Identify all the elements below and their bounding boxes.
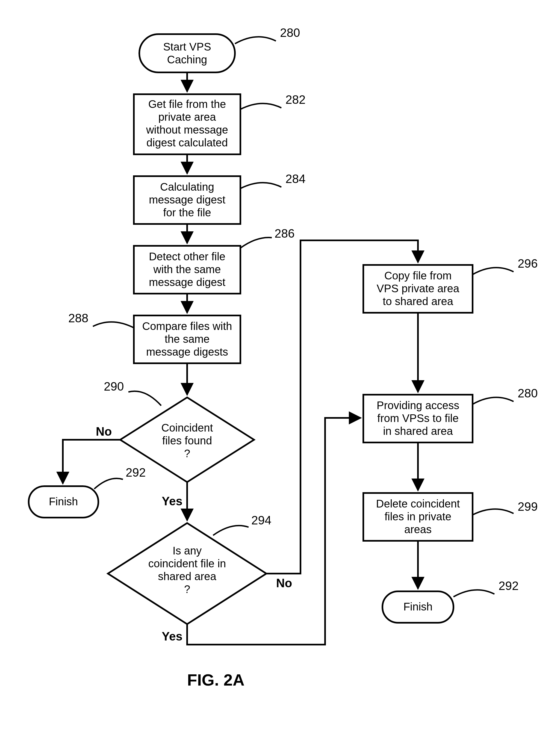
svg-text:to shared area: to shared area xyxy=(383,295,453,307)
svg-text:Copy file from: Copy file from xyxy=(384,270,452,282)
num-284: 284 xyxy=(285,172,305,185)
num-299: 299 xyxy=(518,500,538,513)
svg-text:message digest: message digest xyxy=(149,194,225,206)
arrow-290-no xyxy=(63,440,120,483)
label-294-no: No xyxy=(276,576,292,590)
node-start-vps-caching: Start VPS Caching xyxy=(139,34,235,72)
label-294-yes: Yes xyxy=(162,630,182,643)
node-compare-files: Compare files with the same message dige… xyxy=(134,315,240,363)
node-copy-file: Copy file from VPS private area to share… xyxy=(363,265,473,313)
node-finish-left: Finish xyxy=(29,486,98,518)
num-288: 288 xyxy=(68,311,88,325)
node-detect-other: Detect other file with the same message … xyxy=(134,246,240,294)
leader-290 xyxy=(128,391,161,406)
svg-text:VPS private area: VPS private area xyxy=(377,282,459,294)
svg-text:Caching: Caching xyxy=(167,54,207,66)
svg-text:digest calculated: digest calculated xyxy=(146,137,228,149)
node-delete-coincident: Delete coincident files in private areas xyxy=(363,493,473,541)
flowchart: Start VPS Caching 280 Get file from the … xyxy=(0,0,560,735)
svg-text:shared area: shared area xyxy=(158,570,216,582)
node-calc-digest: Calculating message digest for the file xyxy=(134,176,240,224)
label-290-yes: Yes xyxy=(162,494,182,508)
svg-text:Providing access: Providing access xyxy=(377,399,459,411)
leader-284 xyxy=(240,183,281,188)
svg-text:coincident file in: coincident file in xyxy=(148,557,226,569)
svg-text:private area: private area xyxy=(158,111,216,123)
svg-text:from VPSs to file: from VPSs to file xyxy=(377,412,459,424)
svg-text:files in private: files in private xyxy=(385,510,452,523)
svg-text:message digest: message digest xyxy=(149,276,225,288)
label-290-no: No xyxy=(96,425,112,438)
leader-280a xyxy=(235,37,276,44)
leader-292a xyxy=(94,479,123,489)
leader-296 xyxy=(473,268,514,274)
num-280b: 280 xyxy=(518,386,538,400)
svg-text:in shared area: in shared area xyxy=(383,425,453,437)
num-286: 286 xyxy=(275,227,294,240)
svg-text:Is any: Is any xyxy=(173,545,202,557)
num-292b: 292 xyxy=(499,579,518,592)
svg-text:Compare files with: Compare files with xyxy=(142,320,232,332)
svg-rect-0 xyxy=(139,34,235,72)
svg-text:Calculating: Calculating xyxy=(160,181,214,193)
num-296: 296 xyxy=(518,257,538,270)
svg-text:without message: without message xyxy=(146,124,228,136)
svg-text:Finish: Finish xyxy=(403,601,433,613)
leader-292b xyxy=(453,590,494,597)
svg-text:the same: the same xyxy=(165,333,210,345)
leader-282 xyxy=(240,104,281,109)
node-finish-right: Finish xyxy=(382,591,453,623)
svg-text:Start VPS: Start VPS xyxy=(163,41,211,53)
figure-label: FIG. 2A xyxy=(187,671,244,689)
svg-text:Coincident: Coincident xyxy=(161,422,213,434)
svg-text:with the same: with the same xyxy=(153,263,221,275)
svg-text:areas: areas xyxy=(404,523,432,535)
leader-299 xyxy=(473,509,514,515)
num-294: 294 xyxy=(251,513,271,527)
svg-text:Finish: Finish xyxy=(49,495,78,507)
leader-294 xyxy=(213,526,249,535)
leader-280b xyxy=(473,397,514,404)
leader-286 xyxy=(240,237,272,248)
node-any-in-shared: Is any coincident file in shared area ? xyxy=(108,523,266,624)
num-292a: 292 xyxy=(126,466,146,479)
svg-text:files found: files found xyxy=(162,435,212,447)
num-282: 282 xyxy=(285,93,305,106)
svg-text:for the file: for the file xyxy=(163,206,211,219)
num-290: 290 xyxy=(104,380,124,393)
svg-text:message digests: message digests xyxy=(146,346,228,358)
svg-text:Detect other file: Detect other file xyxy=(149,250,225,262)
node-providing-access: Providing access from VPSs to file in sh… xyxy=(363,395,473,442)
svg-text:Get file from the: Get file from the xyxy=(148,98,226,110)
svg-text:Delete coincident: Delete coincident xyxy=(376,498,460,510)
leader-288 xyxy=(93,322,134,328)
svg-text:?: ? xyxy=(184,447,190,459)
node-get-file: Get file from the private area without m… xyxy=(134,94,240,154)
num-280a: 280 xyxy=(280,26,300,39)
svg-text:?: ? xyxy=(184,583,190,595)
